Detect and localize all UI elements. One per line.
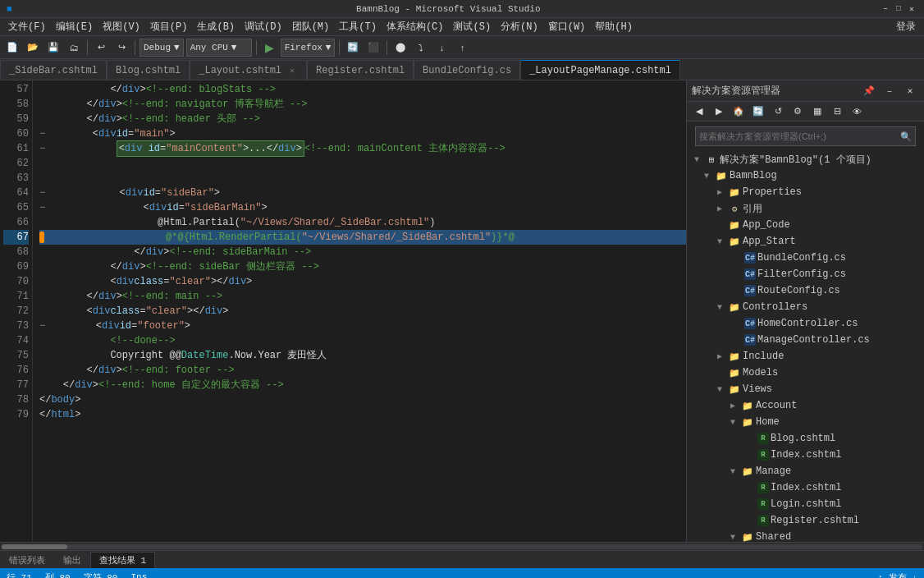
code-line-61: − <div id="mainContent">...</div><!--end… <box>39 141 686 156</box>
se-forward-btn[interactable]: ▶ <box>710 103 728 121</box>
se-view-btn[interactable]: 👁 <box>848 103 866 121</box>
bottom-tab-bar: 错误列表 输出 查找结果 1 <box>0 550 924 568</box>
tree-properties[interactable]: ▶ 📁 Properties <box>687 184 924 200</box>
close-layout-tab[interactable]: ✕ <box>286 65 298 76</box>
se-sync-btn[interactable]: 🔄 <box>749 103 767 121</box>
se-min-btn[interactable]: – <box>881 82 899 100</box>
code-line-78: </body> <box>39 392 686 407</box>
se-search-input[interactable] <box>699 131 900 141</box>
tab-bundleconfig[interactable]: BundleConfig.cs <box>414 60 520 80</box>
tree-account[interactable]: ▶ 📁 Account <box>687 397 924 414</box>
se-tree: ▼ ⊞ 解决方案"BamnBlog"(1 个项目) ▼ 📁 BamnBlog ▶… <box>687 151 924 542</box>
tab-sidebar[interactable]: _SideBar.cshtml <box>0 60 107 80</box>
tree-index-manage[interactable]: R Index.cshtml <box>687 479 924 496</box>
se-collapse-btn[interactable]: ⊟ <box>828 103 846 121</box>
menu-project[interactable]: 项目(P) <box>145 18 193 35</box>
btab-output[interactable]: 输出 <box>54 552 90 568</box>
code-line-73: − <div id="footer"> <box>39 319 686 333</box>
tree-index-home[interactable]: R Index.cshtml <box>687 447 924 463</box>
step-over-btn[interactable]: ⤵ <box>412 39 430 57</box>
save-all-btn[interactable]: 🗂 <box>65 39 83 57</box>
redo-btn[interactable]: ↪ <box>112 39 130 57</box>
tree-blog-cshtml[interactable]: R Blog.cshtml <box>687 430 924 447</box>
menu-window[interactable]: 窗口(W) <box>543 18 591 35</box>
open-btn[interactable]: 📂 <box>24 39 42 57</box>
login-button[interactable]: 登录 <box>891 18 921 35</box>
menu-debug[interactable]: 调试(D) <box>240 18 287 35</box>
tab-register[interactable]: Register.cshtml <box>307 60 414 80</box>
tree-home[interactable]: ▼ 📁 Home <box>687 414 924 430</box>
window-title: BamnBlog - Microsoft Visual Studio <box>17 4 880 14</box>
save-btn[interactable]: 💾 <box>44 39 62 57</box>
menu-view[interactable]: 视图(V) <box>98 18 145 35</box>
code-line-77: </div><!--end: home 自定义的最大容器 --> <box>39 378 686 392</box>
undo-btn[interactable]: ↩ <box>92 39 110 57</box>
step-in-btn[interactable]: ↓ <box>432 39 451 57</box>
properties-icon: 📁 <box>728 186 741 199</box>
sep3 <box>256 40 257 55</box>
tree-bundleconfig[interactable]: C# BundleConfig.cs <box>687 250 924 266</box>
browser-dropdown[interactable]: Firefox ▼ <box>281 39 336 57</box>
tree-login[interactable]: R Login.cshtml <box>687 496 924 512</box>
se-pin-btn[interactable]: 📌 <box>860 82 878 100</box>
stop-btn[interactable]: ⬛ <box>364 39 382 57</box>
menu-test[interactable]: 测试(S) <box>448 18 496 35</box>
tree-refs[interactable]: ▶ ⚙ 引用 <box>687 200 924 217</box>
menu-architecture[interactable]: 体系结构(C) <box>382 18 449 35</box>
refresh-btn[interactable]: 🔄 <box>344 39 362 57</box>
tree-include[interactable]: ▶ 📁 Include <box>687 348 924 365</box>
solution-icon: ⊞ <box>705 153 718 166</box>
tree-controllers[interactable]: ▼ 📁 Controllers <box>687 299 924 315</box>
breakpoint-btn[interactable]: ⬤ <box>391 39 409 57</box>
menu-build[interactable]: 生成(B) <box>192 18 240 35</box>
se-back-btn[interactable]: ◀ <box>690 103 708 121</box>
menu-team[interactable]: 团队(M) <box>287 18 335 35</box>
shared-folder-icon: 📁 <box>741 530 754 542</box>
se-search-box[interactable]: 🔍 <box>695 126 916 146</box>
tree-register[interactable]: R Register.cshtml <box>687 512 924 529</box>
minimize-button[interactable]: – <box>880 3 891 15</box>
tab-blog[interactable]: Blog.cshtml <box>107 60 190 80</box>
tab-layoutpagemanage[interactable]: _LayoutPageManage.cshtml <box>520 60 680 80</box>
tree-views[interactable]: ▼ 📁 Views <box>687 381 924 397</box>
tree-appcode[interactable]: 📁 App_Code <box>687 217 924 233</box>
horizontal-scrollbar[interactable] <box>0 542 924 550</box>
menu-file[interactable]: 文件(F) <box>3 18 51 35</box>
se-refresh-btn[interactable]: ↺ <box>769 103 787 121</box>
tree-models[interactable]: 📁 Models <box>687 365 924 381</box>
new-project-btn[interactable]: 📄 <box>3 39 21 57</box>
btab-errors[interactable]: 错误列表 <box>0 552 54 568</box>
tree-appstart[interactable]: ▼ 📁 App_Start <box>687 233 924 250</box>
status-col: 列 80 <box>45 571 71 579</box>
menu-analyze[interactable]: 分析(N) <box>496 18 543 35</box>
tree-routeconfig[interactable]: C# RouteConfig.cs <box>687 282 924 299</box>
sep2 <box>135 40 135 55</box>
se-filter-btn[interactable]: ▦ <box>808 103 826 121</box>
menu-tools[interactable]: 工具(T) <box>334 18 382 35</box>
maximize-button[interactable]: □ <box>893 3 904 15</box>
se-props-btn[interactable]: ⚙ <box>789 103 807 121</box>
code-content[interactable]: </div><!--end: blogStats --> </div><!--e… <box>33 80 686 542</box>
se-close-btn[interactable]: ✕ <box>901 82 919 100</box>
tree-manage[interactable]: ▼ 📁 Manage <box>687 463 924 479</box>
btab-findresults[interactable]: 查找结果 1 <box>90 552 155 568</box>
tree-shared[interactable]: ▼ 📁 Shared <box>687 529 924 542</box>
tree-homecontroller[interactable]: C# HomeController.cs <box>687 315 924 332</box>
close-button[interactable]: ✕ <box>906 3 917 15</box>
platform-dropdown[interactable]: Any CPU ▼ <box>186 39 252 57</box>
home-folder-icon: 📁 <box>741 415 754 429</box>
tree-filterconfig[interactable]: C# FilterConfig.cs <box>687 266 924 282</box>
debug-mode-dropdown[interactable]: Debug ▼ <box>140 39 184 57</box>
menu-edit[interactable]: 编辑(E) <box>51 18 98 35</box>
tree-solution[interactable]: ▼ ⊞ 解决方案"BamnBlog"(1 个项目) <box>687 151 924 167</box>
tree-project[interactable]: ▼ 📁 BamnBlog <box>687 167 924 184</box>
run-button[interactable]: ▶ <box>261 39 278 57</box>
menu-help[interactable]: 帮助(H) <box>590 18 638 35</box>
manage-folder-icon: 📁 <box>741 465 754 478</box>
se-home-btn[interactable]: 🏠 <box>730 103 748 121</box>
tree-managecontroller[interactable]: C# ManageController.cs <box>687 332 924 348</box>
status-publish[interactable]: ↑ 发布 ↓ <box>878 571 917 579</box>
tab-layout[interactable]: _Layout.cshtml ✕ <box>190 60 307 80</box>
code-line-66: @Html.Partial("~/Views/Shared/_SideBar.c… <box>39 215 686 230</box>
step-out-btn[interactable]: ↑ <box>453 39 471 57</box>
